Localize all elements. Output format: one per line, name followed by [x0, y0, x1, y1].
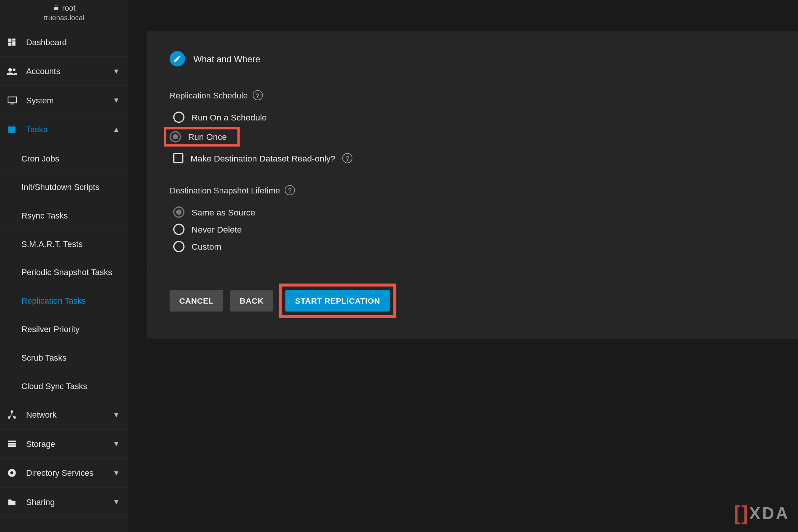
radio-label: Custom — [192, 242, 221, 251]
radio-same-as-source[interactable]: Same as Source — [170, 204, 798, 221]
sidebar-item-label: Storage — [26, 439, 104, 448]
sidebar-sub-init-shutdown[interactable]: Init/Shutdown Scripts — [0, 173, 128, 201]
svg-point-12 — [11, 410, 13, 413]
svg-rect-3 — [8, 43, 11, 46]
chevron-up-icon: ▲ — [113, 125, 120, 133]
highlight-run-once: Run Once — [164, 127, 240, 147]
svg-rect-11 — [13, 125, 14, 127]
back-button[interactable]: BACK — [230, 290, 273, 311]
radio-icon[interactable] — [170, 131, 181, 142]
sidebar-sub-periodic-snapshot[interactable]: Periodic Snapshot Tasks — [0, 258, 128, 287]
directory-icon — [6, 468, 18, 478]
user-name: root — [62, 3, 76, 12]
svg-point-5 — [13, 68, 16, 71]
sidebar-sub-smart[interactable]: S.M.A.R.T. Tests — [0, 230, 128, 258]
help-icon[interactable]: ? — [342, 153, 353, 163]
sidebar-sub-label: Replication Tasks — [21, 296, 86, 305]
host-name: truenas.local — [0, 14, 128, 22]
wizard-step-completed[interactable]: What and Where — [170, 51, 798, 66]
sidebar-sub-cloud-sync[interactable]: Cloud Sync Tasks — [0, 372, 128, 401]
sidebar: root truenas.local Dashboard Accounts ▼ … — [0, 0, 128, 532]
chevron-down-icon: ▼ — [113, 67, 120, 75]
calendar-icon — [6, 125, 18, 134]
sidebar-sub-label: Cron Jobs — [21, 154, 59, 163]
svg-point-4 — [8, 68, 12, 71]
main-content: What and Where Replication Schedule ? Ru… — [128, 0, 798, 532]
sidebar-sub-resilver[interactable]: Resilver Priority — [0, 315, 128, 344]
sidebar-item-system[interactable]: System ▼ — [0, 86, 128, 115]
sidebar-item-dashboard[interactable]: Dashboard — [0, 28, 128, 57]
highlight-start-replication: START REPLICATION — [279, 283, 396, 318]
sidebar-sub-rsync[interactable]: Rsync Tasks — [0, 201, 128, 230]
sidebar-sub-cron-jobs[interactable]: Cron Jobs — [0, 144, 128, 173]
svg-rect-2 — [12, 41, 15, 46]
sidebar-item-storage[interactable]: Storage ▼ — [0, 429, 128, 459]
svg-rect-16 — [8, 443, 16, 445]
sidebar-item-label: Sharing — [26, 497, 104, 507]
sidebar-sub-label: Rsync Tasks — [21, 210, 68, 220]
svg-rect-17 — [8, 445, 16, 447]
section-snapshot-lifetime: Destination Snapshot Lifetime ? — [170, 185, 798, 195]
radio-icon — [173, 112, 185, 123]
step-title: What and Where — [193, 54, 260, 64]
sidebar-sub-label: Scrub Tasks — [21, 353, 66, 362]
watermark-text: XDA — [749, 504, 790, 523]
sidebar-sub-label: S.M.A.R.T. Tests — [21, 239, 82, 248]
sidebar-item-sharing[interactable]: Sharing ▼ — [0, 488, 128, 517]
radio-run-on-schedule[interactable]: Run On a Schedule — [170, 109, 798, 126]
storage-icon — [6, 440, 18, 448]
radio-label: Same as Source — [192, 207, 255, 217]
section-replication-schedule: Replication Schedule ? — [170, 90, 798, 100]
sidebar-item-directory[interactable]: Directory Services ▼ — [0, 459, 128, 488]
chevron-down-icon: ▼ — [113, 440, 120, 448]
svg-rect-0 — [8, 38, 11, 41]
dashboard-icon — [6, 37, 18, 47]
radio-never-delete[interactable]: Never Delete — [170, 221, 798, 238]
bracket-icon: [ ] — [734, 502, 746, 525]
watermark: [ ] XDA — [734, 502, 790, 525]
radio-label: Never Delete — [192, 225, 242, 234]
network-icon — [6, 410, 18, 420]
checkbox-destination-readonly[interactable]: Make Destination Dataset Read-only? ? — [170, 150, 798, 166]
sidebar-item-accounts[interactable]: Accounts ▼ — [0, 57, 128, 86]
system-icon — [6, 96, 18, 104]
section-title: Replication Schedule — [170, 90, 248, 100]
radio-icon — [173, 241, 185, 252]
sidebar-item-label: System — [26, 95, 104, 105]
sidebar-item-label: Tasks — [26, 125, 104, 134]
accounts-icon — [6, 67, 18, 75]
button-row: CANCEL BACK START REPLICATION — [170, 290, 798, 311]
svg-point-19 — [10, 471, 13, 474]
lock-icon — [53, 3, 59, 12]
sidebar-item-network[interactable]: Network ▼ — [0, 401, 128, 430]
sidebar-item-label: Dashboard — [26, 37, 120, 47]
sharing-icon — [6, 498, 18, 506]
svg-rect-10 — [10, 125, 10, 127]
divider — [147, 271, 798, 271]
sidebar-sub-label: Resilver Priority — [21, 324, 79, 334]
sidebar-sub-scrub[interactable]: Scrub Tasks — [0, 344, 128, 372]
sidebar-sub-label: Init/Shutdown Scripts — [21, 182, 99, 192]
sidebar-item-label: Accounts — [26, 66, 104, 76]
radio-icon — [173, 206, 185, 218]
chevron-down-icon: ▼ — [113, 410, 120, 419]
cancel-button[interactable]: CANCEL — [170, 290, 223, 311]
edit-icon — [170, 51, 185, 66]
svg-rect-1 — [12, 38, 15, 40]
svg-rect-9 — [8, 127, 16, 128]
help-icon[interactable]: ? — [285, 185, 295, 195]
sidebar-item-tasks[interactable]: Tasks ▲ — [0, 115, 128, 144]
sidebar-sub-label: Periodic Snapshot Tasks — [21, 267, 112, 277]
chevron-down-icon: ▼ — [113, 498, 120, 506]
radio-custom[interactable]: Custom — [170, 238, 798, 255]
sidebar-item-label: Directory Services — [26, 468, 104, 478]
svg-rect-6 — [8, 97, 16, 103]
radio-label: Run On a Schedule — [192, 112, 267, 122]
sidebar-sub-replication[interactable]: Replication Tasks — [0, 287, 128, 315]
checkbox-label: Make Destination Dataset Read-only? — [190, 154, 335, 163]
help-icon[interactable]: ? — [252, 90, 263, 100]
chevron-down-icon: ▼ — [113, 96, 120, 104]
radio-label: Run Once — [188, 132, 227, 141]
wizard-card: What and Where Replication Schedule ? Ru… — [147, 31, 798, 339]
start-replication-button[interactable]: START REPLICATION — [285, 290, 390, 311]
